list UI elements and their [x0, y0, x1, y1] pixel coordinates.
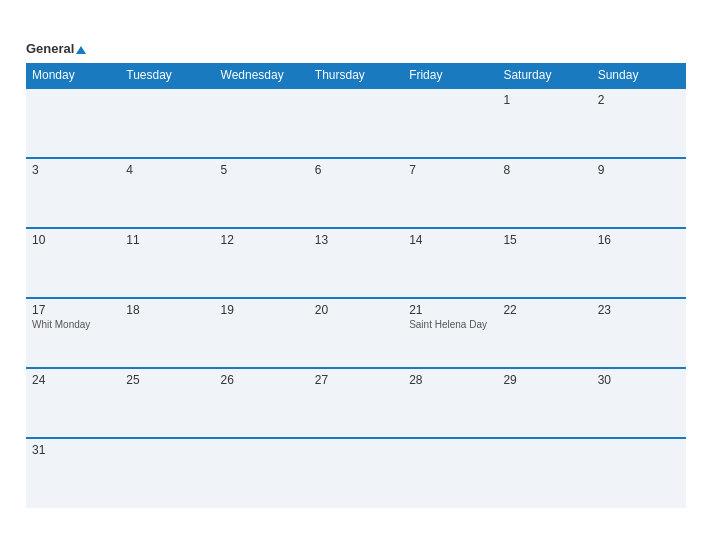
calendar-cell: [26, 88, 120, 158]
calendar-week-row: 24252627282930: [26, 368, 686, 438]
calendar-cell: [403, 88, 497, 158]
day-number: 13: [315, 233, 397, 247]
day-number: 3: [32, 163, 114, 177]
day-event: Whit Monday: [32, 319, 114, 330]
calendar-cell: 23: [592, 298, 686, 368]
calendar-week-row: 3456789: [26, 158, 686, 228]
calendar-cell: 12: [215, 228, 309, 298]
weekday-header-row: MondayTuesdayWednesdayThursdayFridaySatu…: [26, 63, 686, 88]
logo: General: [26, 42, 86, 55]
calendar-cell: 14: [403, 228, 497, 298]
calendar-cell: [497, 438, 591, 508]
day-number: 18: [126, 303, 208, 317]
day-number: 16: [598, 233, 680, 247]
calendar-cell: 2: [592, 88, 686, 158]
day-number: 28: [409, 373, 491, 387]
calendar-cell: 29: [497, 368, 591, 438]
day-number: 10: [32, 233, 114, 247]
weekday-header-thursday: Thursday: [309, 63, 403, 88]
weekday-header-saturday: Saturday: [497, 63, 591, 88]
calendar-cell: 20: [309, 298, 403, 368]
day-number: 19: [221, 303, 303, 317]
calendar-cell: 21Saint Helena Day: [403, 298, 497, 368]
day-number: 29: [503, 373, 585, 387]
day-number: 27: [315, 373, 397, 387]
day-number: 5: [221, 163, 303, 177]
calendar-cell: 6: [309, 158, 403, 228]
calendar-cell: 19: [215, 298, 309, 368]
calendar-cell: 30: [592, 368, 686, 438]
calendar-cell: 16: [592, 228, 686, 298]
day-number: 22: [503, 303, 585, 317]
day-number: 2: [598, 93, 680, 107]
calendar-cell: [120, 88, 214, 158]
calendar-cell: 24: [26, 368, 120, 438]
calendar-week-row: 10111213141516: [26, 228, 686, 298]
day-number: 17: [32, 303, 114, 317]
calendar-week-row: 17Whit Monday18192021Saint Helena Day222…: [26, 298, 686, 368]
calendar-cell: 9: [592, 158, 686, 228]
calendar-cell: [120, 438, 214, 508]
day-number: 26: [221, 373, 303, 387]
calendar-week-row: 31: [26, 438, 686, 508]
day-event: Saint Helena Day: [409, 319, 491, 330]
calendar-cell: [309, 438, 403, 508]
day-number: 21: [409, 303, 491, 317]
day-number: 9: [598, 163, 680, 177]
calendar-table: MondayTuesdayWednesdayThursdayFridaySatu…: [26, 63, 686, 508]
calendar-cell: [215, 438, 309, 508]
day-number: 14: [409, 233, 491, 247]
calendar-cell: 13: [309, 228, 403, 298]
day-number: 15: [503, 233, 585, 247]
day-number: 7: [409, 163, 491, 177]
day-number: 8: [503, 163, 585, 177]
day-number: 4: [126, 163, 208, 177]
calendar-cell: 1: [497, 88, 591, 158]
calendar-cell: 17Whit Monday: [26, 298, 120, 368]
calendar-container: General MondayTuesdayWednesdayThursdayFr…: [11, 32, 701, 518]
calendar-cell: 25: [120, 368, 214, 438]
calendar-cell: 18: [120, 298, 214, 368]
calendar-cell: 8: [497, 158, 591, 228]
calendar-cell: 7: [403, 158, 497, 228]
calendar-cell: 27: [309, 368, 403, 438]
day-number: 31: [32, 443, 114, 457]
calendar-cell: 11: [120, 228, 214, 298]
day-number: 25: [126, 373, 208, 387]
calendar-cell: [215, 88, 309, 158]
calendar-cell: 3: [26, 158, 120, 228]
calendar-cell: 10: [26, 228, 120, 298]
weekday-header-sunday: Sunday: [592, 63, 686, 88]
day-number: 6: [315, 163, 397, 177]
weekday-header-friday: Friday: [403, 63, 497, 88]
weekday-header-wednesday: Wednesday: [215, 63, 309, 88]
calendar-cell: 5: [215, 158, 309, 228]
calendar-cell: [592, 438, 686, 508]
weekday-header-tuesday: Tuesday: [120, 63, 214, 88]
calendar-cell: 22: [497, 298, 591, 368]
calendar-week-row: 12: [26, 88, 686, 158]
calendar-cell: 15: [497, 228, 591, 298]
calendar-cell: [403, 438, 497, 508]
day-number: 11: [126, 233, 208, 247]
day-number: 24: [32, 373, 114, 387]
day-number: 12: [221, 233, 303, 247]
calendar-cell: 4: [120, 158, 214, 228]
calendar-header: General: [26, 42, 686, 55]
weekday-header-monday: Monday: [26, 63, 120, 88]
logo-general-text: General: [26, 42, 86, 55]
calendar-cell: 26: [215, 368, 309, 438]
day-number: 1: [503, 93, 585, 107]
logo-triangle-icon: [76, 46, 86, 54]
calendar-cell: [309, 88, 403, 158]
calendar-cell: 28: [403, 368, 497, 438]
day-number: 30: [598, 373, 680, 387]
calendar-cell: 31: [26, 438, 120, 508]
day-number: 23: [598, 303, 680, 317]
day-number: 20: [315, 303, 397, 317]
